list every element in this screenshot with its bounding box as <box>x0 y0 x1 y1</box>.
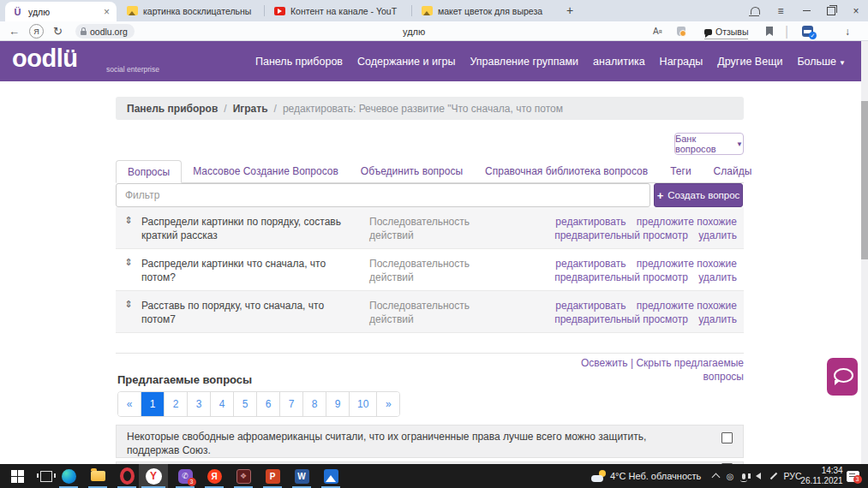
clock[interactable]: 14:34 26.11.2021 <box>804 464 840 488</box>
delete-link[interactable]: удалить <box>698 313 737 325</box>
suggest-similar-link[interactable]: предложите похожие <box>637 300 737 312</box>
edit-link[interactable]: редактировать <box>555 300 626 312</box>
page-8[interactable]: 8 <box>302 392 326 416</box>
url-chip[interactable]: oodlu.org <box>75 24 135 39</box>
chat-widget-button[interactable] <box>827 358 858 396</box>
window-close-button[interactable]: × <box>843 0 868 21</box>
page-2[interactable]: 2 <box>164 392 187 416</box>
edge-icon[interactable] <box>57 464 81 488</box>
page-4[interactable]: 4 <box>210 392 233 416</box>
tab-separator <box>264 5 265 16</box>
nav-item-dashboard[interactable]: Панель приборов <box>255 56 343 68</box>
edit-link[interactable]: редактировать <box>555 258 626 270</box>
breadcrumb-play[interactable]: Играть <box>233 103 268 115</box>
refresh-link[interactable]: Освежить <box>581 357 628 369</box>
edit-link[interactable]: редактировать <box>555 216 626 228</box>
page-10[interactable]: 10 <box>349 392 376 416</box>
extension-icon[interactable]: ✓ <box>802 21 813 41</box>
drag-handle-icon[interactable]: ⇕ <box>116 207 141 248</box>
nav-item-analytics[interactable]: аналитика <box>593 56 645 68</box>
back-icon[interactable]: ← <box>9 21 20 41</box>
tab-merge-questions[interactable]: Объединить вопросы <box>350 160 474 182</box>
create-question-button[interactable]: + Создать вопрос <box>654 183 743 207</box>
start-button[interactable] <box>5 464 29 488</box>
browser-tab-oodlu[interactable]: Ü удлю × <box>5 2 117 21</box>
tab-tags[interactable]: Теги <box>659 160 702 182</box>
delete-link[interactable]: удалить <box>698 271 737 283</box>
new-tab-button[interactable]: + <box>561 3 578 20</box>
window-minimize-button[interactable] <box>793 0 819 21</box>
weather-icon[interactable] <box>590 464 608 488</box>
drag-handle-icon[interactable]: ⇕ <box>116 291 141 332</box>
volume-icon[interactable] <box>751 464 766 488</box>
opera-icon[interactable] <box>115 464 139 488</box>
browser-tab-image-2[interactable]: макет цветок для выреза <box>415 0 559 21</box>
photos-icon[interactable] <box>319 464 343 488</box>
task-view-icon[interactable] <box>34 464 58 488</box>
browser-address-bar[interactable]: ← Я ↻ oodlu.org удлю Aя Отзывы | ✓ ↓● <box>0 21 868 41</box>
nav-item-other-things[interactable]: Другие Вещи <box>717 56 782 68</box>
tab-close-icon[interactable]: × <box>104 6 110 18</box>
page-9[interactable]: 9 <box>326 392 349 416</box>
refresh-icon[interactable]: ↻ <box>53 21 63 41</box>
delete-link[interactable]: удалить <box>698 229 737 241</box>
tray-app-icon[interactable]: ◎ <box>723 464 737 488</box>
notification-badge: 3 <box>853 475 862 484</box>
suggest-similar-link[interactable]: предложите похожие <box>637 216 737 228</box>
question-bank-button[interactable]: Банк вопросов▼ <box>674 133 744 155</box>
app-icon-maroon[interactable]: ❖ <box>231 464 255 488</box>
page-1[interactable]: 1 <box>141 392 164 416</box>
tab-questions[interactable]: Вопросы <box>116 160 182 183</box>
browser-tab-youtube[interactable]: Контент на канале - YouT <box>267 0 411 21</box>
feedback-button[interactable]: Отзывы <box>704 25 748 39</box>
nav-item-content-games[interactable]: Содержание и игры <box>357 56 455 68</box>
preview-link[interactable]: предварительный просмотр <box>554 313 688 325</box>
page-3[interactable]: 3 <box>187 392 210 416</box>
notifications-bell-icon[interactable] <box>742 0 768 21</box>
preview-link[interactable]: предварительный просмотр <box>554 271 688 283</box>
window-restore-button[interactable] <box>818 0 844 21</box>
plus-icon: + <box>657 189 664 202</box>
page-5[interactable]: 5 <box>233 392 256 416</box>
filter-input[interactable] <box>116 183 650 207</box>
yandex-home-icon[interactable]: Я <box>29 21 44 41</box>
page-scrollbar-thumb[interactable] <box>861 101 868 259</box>
site-navbar: oodlü social enterprise Панель приборов … <box>0 41 868 81</box>
bookmark-icon[interactable] <box>766 21 773 41</box>
suggest-similar-link[interactable]: предложите похожие <box>637 258 737 270</box>
page-next[interactable]: » <box>376 392 399 416</box>
tray-chevron-up-icon[interactable] <box>708 464 723 488</box>
nav-item-group-management[interactable]: Управление группами <box>470 56 578 68</box>
protect-icon[interactable] <box>677 21 685 41</box>
nav-item-more[interactable]: Больше▼ <box>797 56 846 68</box>
drag-handle-icon[interactable]: ⇕ <box>116 249 141 290</box>
powerpoint-icon[interactable]: P <box>260 464 284 488</box>
action-center-icon[interactable]: 3 <box>843 464 862 488</box>
yandex-icon[interactable]: Я <box>202 464 226 488</box>
file-explorer-icon[interactable] <box>86 464 110 488</box>
yandex-browser-icon[interactable]: Y <box>139 464 168 488</box>
omnibox-query[interactable]: удлю <box>403 21 425 41</box>
question-row: ⇕ Распредели картинки по порядку, состав… <box>116 207 744 249</box>
browser-menu-icon[interactable]: ≡ <box>768 0 793 21</box>
oodlu-logo[interactable]: oodlü <box>12 45 77 73</box>
download-icon[interactable]: ↓● <box>845 21 868 41</box>
page-7[interactable]: 7 <box>279 392 302 416</box>
hide-suggested-link[interactable]: Скрыть предлагаемые вопросы <box>636 357 744 383</box>
preview-link[interactable]: предварительный просмотр <box>554 229 688 241</box>
browser-tab-image-1[interactable]: картинка восклицательны <box>120 0 264 21</box>
page-prev[interactable]: « <box>118 392 141 416</box>
tab-reference-library[interactable]: Справочная библиотека вопросов <box>474 160 659 182</box>
pen-icon[interactable] <box>766 464 781 488</box>
page-6[interactable]: 6 <box>256 392 279 416</box>
nav-item-awards[interactable]: Награды <box>660 56 703 68</box>
word-icon[interactable]: W <box>290 464 314 488</box>
weather-label[interactable]: 4°C Неб. облачность <box>610 464 704 488</box>
question-actions: редактировать предложите похожие предвар… <box>476 249 744 290</box>
suggested-question-checkbox[interactable] <box>721 432 733 443</box>
viber-icon[interactable]: ✆3 <box>173 464 197 488</box>
breadcrumb-dashboard[interactable]: Панель приборов <box>127 103 218 115</box>
tab-slides[interactable]: Слайды <box>703 160 763 182</box>
translate-icon[interactable]: Aя <box>653 21 661 41</box>
tab-bulk-create[interactable]: Массовое Создание Вопросов <box>182 160 350 182</box>
